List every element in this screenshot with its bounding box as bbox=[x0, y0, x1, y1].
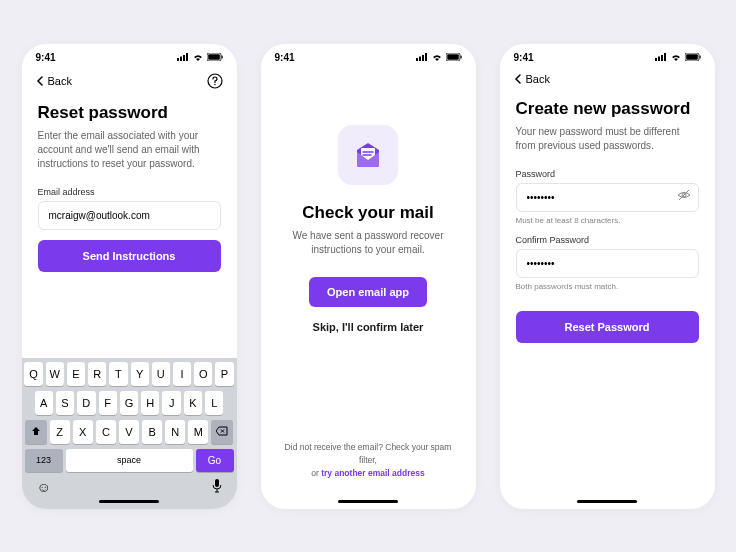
key-e[interactable]: E bbox=[67, 362, 85, 386]
battery-icon bbox=[446, 53, 462, 61]
help-icon[interactable] bbox=[207, 73, 223, 89]
email-input[interactable] bbox=[38, 201, 221, 230]
backspace-key[interactable] bbox=[211, 420, 233, 444]
key-f[interactable]: F bbox=[99, 391, 117, 415]
space-key[interactable]: space bbox=[66, 449, 193, 472]
confirm-password-input[interactable] bbox=[516, 249, 699, 278]
confirm-hint: Both passwords must match. bbox=[516, 282, 699, 291]
password-hint: Must be at least 8 characters. bbox=[516, 216, 699, 225]
key-x[interactable]: X bbox=[73, 420, 93, 444]
email-label: Email address bbox=[38, 187, 221, 197]
key-c[interactable]: C bbox=[96, 420, 116, 444]
password-label: Password bbox=[516, 169, 699, 179]
skip-link[interactable]: Skip, I'll confirm later bbox=[313, 321, 424, 333]
key-z[interactable]: Z bbox=[50, 420, 70, 444]
keyboard-row-1: QWERTYUIOP bbox=[25, 362, 234, 386]
keyboard-row-2: ASDFGHJKL bbox=[25, 391, 234, 415]
key-s[interactable]: S bbox=[56, 391, 74, 415]
svg-line-26 bbox=[679, 190, 689, 200]
svg-rect-16 bbox=[460, 56, 461, 59]
svg-rect-9 bbox=[215, 479, 219, 487]
keyboard-row-3: ZXCVBNM bbox=[25, 420, 234, 444]
svg-rect-2 bbox=[183, 55, 185, 61]
screen-reset-password: 9:41 Back Reset password Enter the email… bbox=[22, 44, 237, 509]
numbers-key[interactable]: 123 bbox=[25, 449, 63, 472]
nav-bar: Back bbox=[22, 65, 237, 97]
page-title: Create new password bbox=[516, 99, 699, 119]
status-icons bbox=[416, 53, 462, 61]
back-label: Back bbox=[48, 75, 72, 87]
key-w[interactable]: W bbox=[46, 362, 64, 386]
status-bar: 9:41 bbox=[22, 44, 237, 65]
try-another-email-link[interactable]: try another email address bbox=[321, 468, 424, 478]
back-button[interactable]: Back bbox=[36, 75, 72, 87]
svg-rect-10 bbox=[416, 58, 418, 61]
svg-rect-23 bbox=[686, 54, 698, 60]
key-u[interactable]: U bbox=[152, 362, 170, 386]
key-j[interactable]: J bbox=[162, 391, 180, 415]
footer-or: or bbox=[311, 468, 321, 478]
back-label: Back bbox=[526, 73, 550, 85]
battery-icon bbox=[685, 53, 701, 61]
page-subtitle: Your new password must be different from… bbox=[516, 125, 699, 153]
signal-icon bbox=[655, 53, 667, 61]
key-a[interactable]: A bbox=[35, 391, 53, 415]
mic-key[interactable] bbox=[212, 479, 222, 496]
key-h[interactable]: H bbox=[141, 391, 159, 415]
svg-rect-18 bbox=[655, 58, 657, 61]
send-instructions-button[interactable]: Send Instructions bbox=[38, 240, 221, 272]
home-indicator[interactable] bbox=[577, 500, 637, 503]
home-indicator[interactable] bbox=[338, 500, 398, 503]
svg-rect-15 bbox=[447, 54, 459, 60]
open-email-button[interactable]: Open email app bbox=[309, 277, 427, 307]
key-t[interactable]: T bbox=[109, 362, 127, 386]
key-i[interactable]: I bbox=[173, 362, 191, 386]
toggle-visibility-icon[interactable] bbox=[677, 188, 691, 206]
screen-check-mail: 9:41 Check your mail We have sent a pass… bbox=[261, 44, 476, 509]
wifi-icon bbox=[670, 53, 682, 61]
shift-key[interactable] bbox=[25, 420, 47, 444]
page-title: Reset password bbox=[38, 103, 221, 123]
key-p[interactable]: P bbox=[215, 362, 233, 386]
keyboard-row-4: 123 space Go bbox=[25, 449, 234, 472]
status-bar: 9:41 bbox=[261, 44, 476, 65]
status-icons bbox=[177, 53, 223, 61]
key-g[interactable]: G bbox=[120, 391, 138, 415]
status-time: 9:41 bbox=[514, 52, 534, 63]
go-key[interactable]: Go bbox=[196, 449, 234, 472]
back-button[interactable]: Back bbox=[514, 73, 550, 85]
keyboard: QWERTYUIOP ASDFGHJKL ZXCVBNM 123 space G… bbox=[22, 358, 237, 509]
status-time: 9:41 bbox=[275, 52, 295, 63]
key-r[interactable]: R bbox=[88, 362, 106, 386]
wifi-icon bbox=[431, 53, 443, 61]
chevron-left-icon bbox=[514, 74, 522, 84]
key-l[interactable]: L bbox=[205, 391, 223, 415]
svg-rect-3 bbox=[186, 53, 188, 61]
emoji-key[interactable]: ☺ bbox=[37, 479, 51, 496]
wifi-icon bbox=[192, 53, 204, 61]
signal-icon bbox=[416, 53, 428, 61]
key-m[interactable]: M bbox=[188, 420, 208, 444]
key-o[interactable]: O bbox=[194, 362, 212, 386]
nav-bar: Back bbox=[500, 65, 715, 93]
keyboard-bottom: ☺ bbox=[25, 477, 234, 496]
content: Reset password Enter the email associate… bbox=[22, 97, 237, 358]
key-d[interactable]: D bbox=[77, 391, 95, 415]
password-input[interactable] bbox=[516, 183, 699, 212]
key-n[interactable]: N bbox=[165, 420, 185, 444]
svg-rect-20 bbox=[661, 55, 663, 61]
home-indicator[interactable] bbox=[99, 500, 159, 503]
key-y[interactable]: Y bbox=[131, 362, 149, 386]
svg-rect-12 bbox=[422, 55, 424, 61]
reset-password-button[interactable]: Reset Password bbox=[516, 311, 699, 343]
svg-rect-11 bbox=[419, 57, 421, 62]
signal-icon bbox=[177, 53, 189, 61]
key-q[interactable]: Q bbox=[24, 362, 42, 386]
chevron-left-icon bbox=[36, 76, 44, 86]
mail-icon bbox=[338, 125, 398, 185]
key-b[interactable]: B bbox=[142, 420, 162, 444]
svg-rect-6 bbox=[221, 56, 222, 59]
svg-point-8 bbox=[214, 83, 215, 84]
key-v[interactable]: V bbox=[119, 420, 139, 444]
key-k[interactable]: K bbox=[184, 391, 202, 415]
